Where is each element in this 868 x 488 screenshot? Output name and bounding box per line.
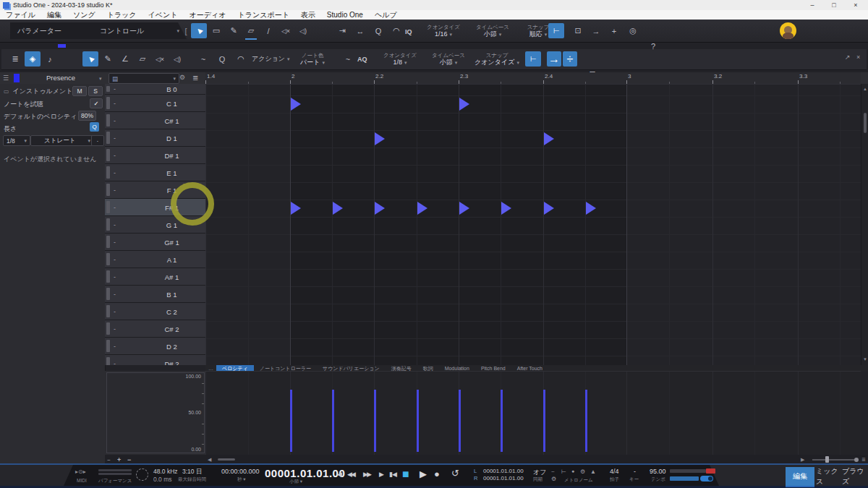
- curve-icon[interactable]: ~: [195, 51, 211, 67]
- note-event-F1[interactable]: [586, 202, 596, 215]
- target-icon[interactable]: ◎: [625, 23, 641, 38]
- rewind-button[interactable]: ◀◀: [347, 471, 354, 478]
- follow-arrow-icon[interactable]: →: [588, 23, 604, 38]
- iq-label[interactable]: IQ: [405, 28, 412, 35]
- clock-display[interactable]: 00:00:00.000: [221, 468, 260, 475]
- note-event-C1[interactable]: [459, 98, 469, 111]
- stop-button[interactable]: ■: [402, 468, 409, 481]
- note-event-F1[interactable]: [501, 202, 511, 215]
- scroll-up-icon[interactable]: ▲: [863, 87, 867, 91]
- q-button[interactable]: Q: [90, 122, 99, 132]
- edit-view-button[interactable]: 編集: [786, 467, 814, 486]
- listen-tool-button[interactable]: ◁): [295, 23, 311, 38]
- velocity-lane[interactable]: [205, 371, 861, 455]
- zoom-slider-thumb[interactable]: [825, 456, 829, 463]
- paint-tool-button[interactable]: ▱: [135, 51, 150, 67]
- play-button[interactable]: ▶: [420, 468, 427, 479]
- velocity-bar[interactable]: [501, 390, 503, 452]
- note-event-C1[interactable]: [291, 98, 301, 111]
- piano-key-C2[interactable]: -C# 2: [105, 320, 205, 338]
- piano-key-B1[interactable]: -B 1: [105, 286, 205, 303]
- velocity-bar[interactable]: [585, 390, 587, 452]
- velocity-bar[interactable]: [290, 390, 292, 452]
- follow-button[interactable]: →: [547, 51, 561, 67]
- range-tool-button[interactable]: ▭: [208, 23, 224, 38]
- range-bracket-icon[interactable]: [: [182, 23, 190, 38]
- velocity-bar[interactable]: [543, 390, 545, 452]
- scroll-down-icon[interactable]: ▼: [863, 357, 867, 361]
- quantize-select[interactable]: クオンタイズ 1/16▾: [421, 22, 466, 40]
- action-menu[interactable]: アクション▾: [252, 54, 290, 64]
- key-value[interactable]: -: [634, 468, 636, 475]
- bend-marker-icon[interactable]: ◠: [233, 51, 249, 67]
- scroll-left-icon[interactable]: ◀: [208, 457, 211, 463]
- browse-view-button[interactable]: ブラウズ: [842, 467, 868, 486]
- divide-button[interactable]: ÷: [563, 51, 577, 67]
- mute-tool-button[interactable]: ◁×: [278, 23, 294, 38]
- paint-tool-button[interactable]: ▱: [243, 23, 259, 38]
- pencil-tool-button[interactable]: ✎: [100, 51, 116, 67]
- mix-view-button[interactable]: ミックス: [816, 467, 842, 486]
- close-editor-icon[interactable]: ×: [856, 53, 860, 61]
- snap-toggle-button[interactable]: ⊢: [548, 23, 564, 38]
- piano-key-A1[interactable]: -A 1: [105, 251, 205, 268]
- line-tool-button[interactable]: /: [260, 23, 276, 38]
- time-signature[interactable]: 4/4: [610, 468, 619, 475]
- menu-ファイル[interactable]: ファイル: [0, 10, 41, 20]
- track-box-icon[interactable]: ⊡: [570, 23, 586, 38]
- note-event-D1[interactable]: [544, 132, 554, 145]
- prev-bar-button[interactable]: ◀: [337, 471, 342, 478]
- position-display[interactable]: 00001.01.01.00: [265, 467, 345, 479]
- velocity-bar[interactable]: [374, 390, 376, 452]
- zoom-slider-track[interactable]: [812, 459, 857, 461]
- listen-tool-button[interactable]: ◁): [169, 51, 185, 67]
- piano-key-E1[interactable]: -E 1: [105, 164, 205, 181]
- bend-marker-icon[interactable]: ◠: [388, 23, 404, 38]
- menu-Studio One[interactable]: Studio One: [321, 10, 369, 20]
- tempo-value[interactable]: 95.00: [650, 468, 666, 475]
- part-select[interactable]: ▤ ▾: [109, 73, 179, 84]
- event-list-icon[interactable]: ≣: [7, 51, 23, 67]
- note-color-select[interactable]: ノート色 パート▾: [289, 50, 336, 69]
- curve-mode-icon[interactable]: ~: [107, 457, 111, 463]
- forward-button[interactable]: ▶▶: [363, 471, 370, 478]
- click-gear-icon[interactable]: ⚙: [551, 476, 556, 482]
- menu-ソング[interactable]: ソング: [67, 10, 101, 20]
- hamburger-icon[interactable]: ☰: [3, 74, 9, 82]
- line-tool-button[interactable]: ∠: [117, 51, 133, 67]
- menu-トランスポート[interactable]: トランスポート: [231, 10, 294, 20]
- piano-key-D2[interactable]: -D# 2: [105, 355, 205, 365]
- score-view-button[interactable]: ♪: [42, 51, 58, 67]
- timeline-ruler[interactable]: 1.422.22.32.433.23.3: [205, 72, 861, 84]
- piano-key-D1[interactable]: -D 1: [105, 129, 205, 147]
- swing-select[interactable]: ストレート▾: [30, 135, 94, 146]
- drum-view-button[interactable]: ◈: [25, 51, 41, 67]
- piano-key-B0[interactable]: -B 0: [105, 84, 205, 95]
- piano-key-G1[interactable]: -G# 1: [105, 234, 205, 251]
- piano-key-C1[interactable]: -C 1: [105, 95, 205, 112]
- crosshair-icon[interactable]: +: [606, 23, 622, 38]
- next-bar-button[interactable]: ▶: [379, 471, 384, 478]
- menu-編集[interactable]: 編集: [41, 10, 67, 20]
- menu-表示[interactable]: 表示: [295, 10, 321, 20]
- note-event-D1[interactable]: [375, 132, 385, 145]
- control-tab[interactable]: コントロール▾: [93, 22, 187, 39]
- metronome-settings-icon[interactable]: ⚙: [580, 468, 585, 475]
- close-button[interactable]: ×: [848, 1, 864, 9]
- quantize-select[interactable]: クオンタイズ 1/8▾: [378, 50, 422, 69]
- position-unit[interactable]: 小節 ▾: [289, 479, 302, 485]
- maximize-button[interactable]: □: [826, 1, 842, 9]
- detach-editor-icon[interactable]: ↗: [845, 53, 851, 61]
- instrument-preset-select[interactable]: Presence: [25, 74, 97, 82]
- piano-key-D2[interactable]: -D 2: [105, 338, 205, 355]
- piano-key-C1[interactable]: -C# 1: [105, 112, 205, 129]
- arrow-tool-button[interactable]: ▶: [191, 23, 207, 38]
- note-event-F1[interactable]: [333, 202, 343, 215]
- vertical-scrollbar[interactable]: ▲ ▼: [861, 84, 868, 365]
- avatar[interactable]: [780, 22, 796, 39]
- mute-tool-button[interactable]: ◁×: [152, 51, 168, 67]
- resize-icon[interactable]: ↔: [352, 23, 368, 38]
- piano-key-C2[interactable]: -C 2: [105, 303, 205, 320]
- pencil-tool-button[interactable]: ✎: [226, 23, 242, 38]
- note-event-F1[interactable]: [544, 202, 554, 215]
